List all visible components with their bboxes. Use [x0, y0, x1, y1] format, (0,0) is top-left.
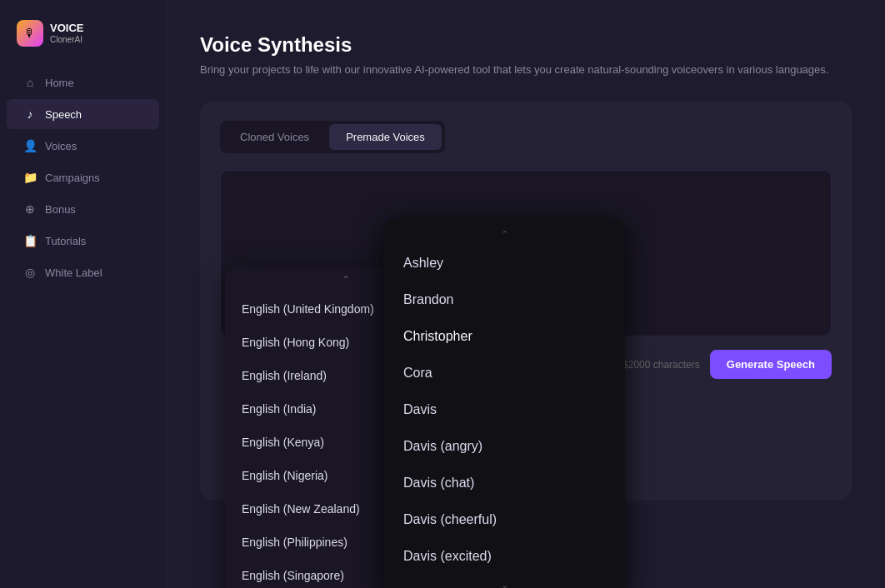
whitelabel-icon: ◎	[23, 266, 37, 279]
card-area: Cloned Voices Premade Voices 0/$2000 cha…	[200, 101, 852, 501]
tab-cloned[interactable]: Cloned Voices	[223, 124, 326, 150]
logo-icon: 🎙	[17, 20, 43, 47]
page-subtitle: Bring your projects to life with our inn…	[200, 63, 852, 76]
logo-text: VOICE ClonerAI	[50, 22, 83, 43]
tutorials-icon: 📋	[23, 234, 37, 247]
sidebar-item-speech[interactable]: ♪ Speech	[7, 99, 159, 129]
main-content: Voice Synthesis Bring your projects to l…	[167, 0, 885, 588]
sidebar-item-bonus[interactable]: ⊕ Bonus	[7, 194, 159, 224]
voice-item-davis-cheerful[interactable]: Davis (cheerful)	[383, 501, 625, 538]
voice-item-brandon[interactable]: Brandon	[383, 282, 625, 318]
speech-icon: ♪	[23, 107, 37, 121]
voice-tabs: Cloned Voices Premade Voices	[220, 121, 445, 153]
voice-dropdown: ⌃ Ashley Brandon Christopher Cora Davis …	[383, 217, 625, 588]
generate-speech-button[interactable]: Generate Speech	[710, 350, 832, 379]
lang-label: English (United Kingdom)	[242, 302, 374, 316]
voice-item-christopher[interactable]: Christopher	[383, 318, 625, 355]
sidebar-item-tutorials[interactable]: 📋 Tutorials	[7, 226, 159, 256]
sidebar-item-label: White Label	[45, 267, 102, 279]
lang-label: English (Kenya)	[242, 436, 324, 449]
bonus-icon: ⊕	[23, 202, 37, 216]
voice-item-davis-excited[interactable]: Davis (excited)	[383, 538, 625, 575]
lang-label: English (New Zealand)	[242, 502, 360, 516]
voice-item-ashley[interactable]: Ashley	[383, 245, 625, 282]
voice-item-davis[interactable]: Davis	[383, 391, 625, 428]
voices-icon: 👤	[23, 139, 37, 152]
lang-label: English (Ireland)	[242, 369, 327, 382]
sidebar-item-campaigns[interactable]: 📁 Campaigns	[7, 162, 159, 192]
campaigns-icon: 📁	[23, 171, 37, 184]
lang-label: English (Nigeria)	[242, 469, 328, 482]
sidebar-item-label: Tutorials	[45, 235, 86, 247]
voice-item-davis-chat[interactable]: Davis (chat)	[383, 465, 625, 501]
sidebar: 🎙 VOICE ClonerAI ⌂ Home ♪ Speech 👤 Voice…	[0, 0, 167, 588]
char-count: 0/$2000 characters	[614, 359, 700, 371]
logo: 🎙 VOICE ClonerAI	[0, 13, 166, 67]
sidebar-item-label: Voices	[45, 140, 77, 152]
sidebar-item-home[interactable]: ⌂ Home	[7, 67, 159, 97]
sidebar-item-whitelabel[interactable]: ◎ White Label	[7, 257, 159, 287]
voice-scroll-down[interactable]: ⌄	[383, 575, 625, 588]
sidebar-item-label: Bonus	[45, 203, 76, 216]
sidebar-item-label: Home	[45, 77, 74, 89]
sidebar-item-voices[interactable]: 👤 Voices	[7, 131, 159, 161]
page-title: Voice Synthesis	[200, 33, 852, 57]
voice-scroll-up[interactable]: ⌃	[383, 224, 625, 245]
lang-label: English (Singapore)	[242, 569, 344, 582]
sidebar-item-label: Campaigns	[45, 172, 100, 184]
sidebar-item-label: Speech	[45, 108, 82, 121]
tab-premade[interactable]: Premade Voices	[329, 124, 442, 150]
voice-item-cora[interactable]: Cora	[383, 355, 625, 391]
lang-label: English (Philippines)	[242, 536, 348, 549]
home-icon: ⌂	[23, 76, 37, 89]
logo-sub: ClonerAI	[50, 35, 83, 44]
lang-label: English (Hong Kong)	[242, 336, 349, 349]
logo-name: VOICE	[50, 22, 83, 34]
lang-label: English (India)	[242, 402, 317, 416]
voice-item-davis-angry[interactable]: Davis (angry)	[383, 428, 625, 465]
